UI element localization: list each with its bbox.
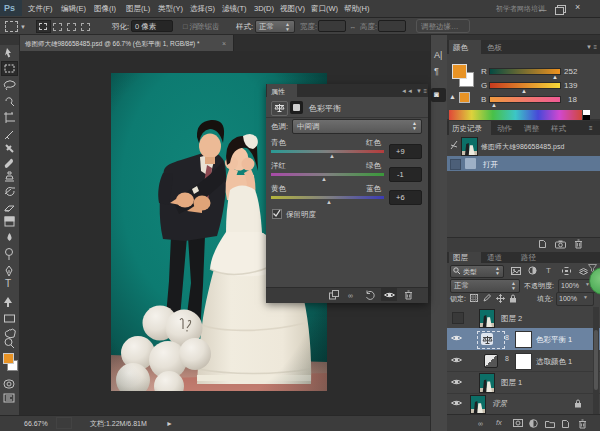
svg-text:T: T bbox=[5, 278, 11, 289]
